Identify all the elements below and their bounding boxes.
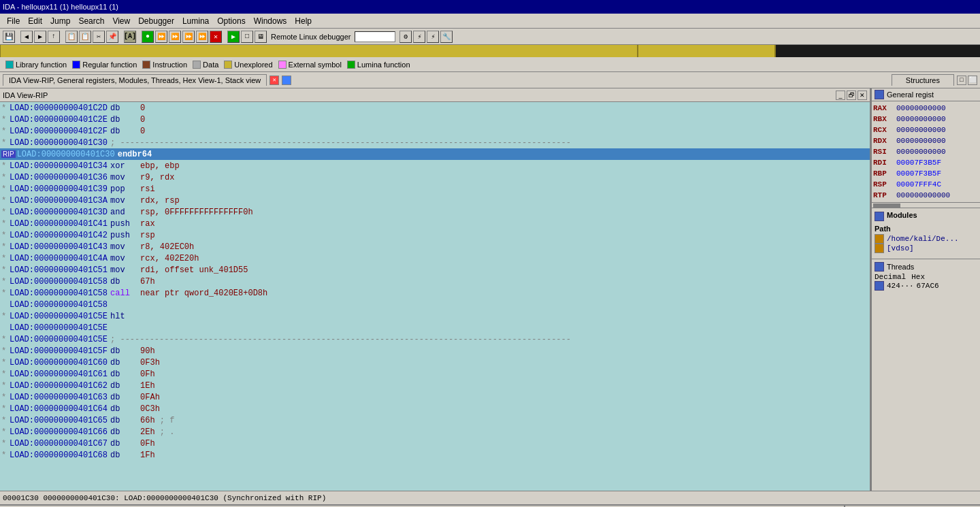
toolbar-btn-stop[interactable]: ✕ xyxy=(210,31,222,43)
dot-marker: * xyxy=(1,427,7,437)
asm-line: * LOAD:000000000401C4A mov rcx, 402E20h xyxy=(0,252,870,264)
rdx-value: 00000000000 xyxy=(896,137,946,145)
toolbar-btn-10[interactable]: ⏩ xyxy=(182,31,195,43)
toolbar-btn-13[interactable]: ⚡ xyxy=(413,31,425,43)
toolbar-btn-12[interactable]: ⚙ xyxy=(399,31,412,43)
toolbar-btn-11[interactable]: ⏩ xyxy=(196,31,208,43)
asm-addr: LOAD:000000000401C34 xyxy=(10,161,108,171)
toolbar-btn-3[interactable]: ↑ xyxy=(48,31,60,43)
tab-structures[interactable]: Structures xyxy=(892,74,954,86)
legend-library: Library function xyxy=(5,61,67,69)
menu-debugger[interactable]: Debugger xyxy=(134,15,178,27)
asm-line: * LOAD:000000000401C3A mov rdx, rsp xyxy=(0,195,870,206)
toolbar-btn-4[interactable]: 📋 xyxy=(65,31,78,43)
registers-scrollbar[interactable] xyxy=(872,202,980,208)
structures-maxmin-btn[interactable]: ⬜ xyxy=(968,76,977,85)
asm-addr: LOAD:000000000401C61 xyxy=(10,370,108,379)
menu-windows[interactable]: Windows xyxy=(250,15,291,27)
asm-mnemonic: call xyxy=(110,289,137,298)
reg-rdi: RDI 00007F3B5F xyxy=(873,157,979,168)
toolbar-btn-5[interactable]: 📋 xyxy=(79,31,91,43)
toolbar-btn-A[interactable]: [A] xyxy=(124,31,136,43)
legend-regular: Regular function xyxy=(72,61,137,69)
rdx-label: RDX xyxy=(873,137,894,145)
dot-marker: * xyxy=(1,404,7,414)
dot-marker: * xyxy=(1,184,7,194)
legend-data-label: Data xyxy=(203,61,218,69)
toolbar-btn-back[interactable]: ◀ xyxy=(20,31,33,43)
asm-addr: LOAD:000000000401C67 xyxy=(10,439,108,448)
asm-operands: 0Fh xyxy=(140,370,155,379)
reg-rsi: RSI 00000000000 xyxy=(873,146,979,157)
structures-expand-btn[interactable]: □ xyxy=(957,76,966,85)
toolbar-btn-debug[interactable]: 🖥 xyxy=(255,31,267,43)
asm-mnemonic: pop xyxy=(110,184,137,194)
ida-view-panel: IDA View-RIP _ 🗗 ✕ * LOAD:000000000401C2… xyxy=(0,88,871,491)
toolbar-btn-forward[interactable]: ▶ xyxy=(34,31,46,43)
ida-view-close-btn[interactable]: ✕ xyxy=(858,91,867,100)
asm-operands: near ptr qword_4020E8+0D8h xyxy=(140,289,267,298)
thread-row-1[interactable]: 424··· 67AC6 xyxy=(875,281,977,291)
ida-view-minimize-btn[interactable]: _ xyxy=(836,91,845,100)
ida-view-float-btn[interactable]: 🗗 xyxy=(847,91,856,100)
dot-marker: * xyxy=(1,381,7,391)
menu-help[interactable]: Help xyxy=(291,15,316,27)
asm-operands: 66h xyxy=(140,416,155,425)
tab-bar: IDA View-RIP, General registers, Modules… xyxy=(0,72,980,88)
toolbar-btn-9[interactable]: ⏩ xyxy=(169,31,181,43)
menu-file[interactable]: File xyxy=(3,15,24,27)
tab-close-btn[interactable]: ✕ xyxy=(270,76,279,85)
title-text: IDA - helloupx11 (1) helloupx11 (1) xyxy=(3,3,118,11)
asm-operands: rcx, 402E20h xyxy=(140,254,199,263)
asm-content[interactable]: * LOAD:000000000401C2D db 0 * LOAD:00000… xyxy=(0,102,870,491)
dot-marker: * xyxy=(1,370,7,379)
dot-marker: * xyxy=(1,242,7,252)
menu-edit[interactable]: Edit xyxy=(24,15,46,27)
module-item-1[interactable]: /home/kali/De... xyxy=(875,234,977,244)
rax-value: 00000000000 xyxy=(896,104,946,112)
toolbar-btn-sq[interactable]: □ xyxy=(241,31,253,43)
toolbar-btn-14[interactable]: ⚡ xyxy=(427,31,439,43)
legend-regular-label: Regular function xyxy=(82,61,137,69)
menu-lumina[interactable]: Lumina xyxy=(178,15,213,27)
asm-line: * LOAD:000000000401C3D and rsp, 0FFFFFFF… xyxy=(0,206,870,218)
toolbar-btn-8[interactable]: ⏩ xyxy=(155,31,167,43)
asm-line: * LOAD:000000000401C65 db 66h ; f xyxy=(0,414,870,426)
asm-line: * LOAD:000000000401C42 push rsp xyxy=(0,229,870,241)
scroll-thumb[interactable] xyxy=(873,203,900,208)
rip-label: RTP xyxy=(873,191,894,199)
legend-unexplored: Unexplored xyxy=(224,61,272,69)
toolbar-btn-1[interactable]: 💾 xyxy=(3,31,15,43)
threads-cols: Decimal Hex xyxy=(875,273,977,281)
reg-rdx: RDX 00000000000 xyxy=(873,135,979,146)
asm-addr: LOAD:000000000401C43 xyxy=(10,242,108,252)
asm-mnemonic: hlt xyxy=(110,312,137,321)
asm-addr: LOAD:000000000401C4A xyxy=(10,254,108,263)
ida-view-title: IDA View-RIP xyxy=(3,91,834,99)
menu-options[interactable]: Options xyxy=(213,15,249,27)
asm-line: LOAD:000000000401C5E xyxy=(0,322,870,333)
status-text: 00001C30 0000000000401C30: LOAD:00000000… xyxy=(3,494,326,502)
asm-operands: 0 xyxy=(140,103,145,113)
legend-library-color xyxy=(5,61,14,69)
toolbar-btn-7[interactable]: 📌 xyxy=(106,31,118,43)
toolbar-btn-run[interactable]: ▶ xyxy=(227,31,240,43)
asm-operands: 67h xyxy=(140,277,155,287)
asm-line: * LOAD:000000000401C41 push rax xyxy=(0,218,870,229)
dot-marker: * xyxy=(1,416,7,425)
menu-jump[interactable]: Jump xyxy=(46,15,74,27)
asm-addr: LOAD:000000000401C5E xyxy=(10,323,108,333)
tab-icon[interactable] xyxy=(282,76,291,85)
asm-mnemonic: db xyxy=(110,127,137,136)
toolbar-btn-go[interactable]: ● xyxy=(142,31,154,43)
module-item-2[interactable]: [vdso] xyxy=(875,244,977,253)
asm-operands: rsi xyxy=(140,184,155,194)
asm-line: * LOAD:000000000401C68 db 1Fh xyxy=(0,449,870,461)
asm-line-rip[interactable]: RIP LOAD:000000000401C30 endbr64 xyxy=(0,148,870,160)
toolbar-btn-6[interactable]: ✂ xyxy=(93,31,105,43)
menu-search[interactable]: Search xyxy=(74,15,108,27)
menu-view[interactable]: View xyxy=(108,15,134,27)
tab-main[interactable]: IDA View-RIP, General registers, Modules… xyxy=(3,74,267,86)
toolbar-btn-15[interactable]: 🔧 xyxy=(440,31,453,43)
asm-mnemonic: mov xyxy=(110,254,137,263)
